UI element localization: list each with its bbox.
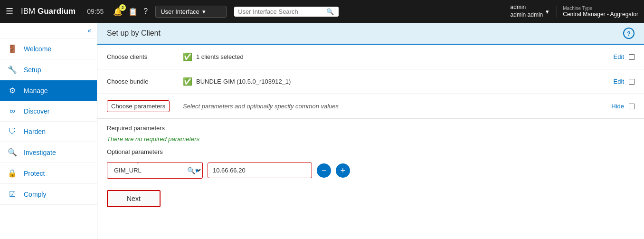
checkbox-icon: ☑: [8, 190, 17, 199]
tasks-button[interactable]: 📋: [128, 7, 138, 16]
user-profile: admin admin admin ▾: [511, 4, 549, 19]
choose-params-label-wrapper: Choose parameters: [107, 103, 183, 110]
sidebar-item-label: Setup: [24, 66, 41, 74]
shield-icon: 🛡: [8, 127, 17, 136]
choose-clients-label: Choose clients: [107, 53, 183, 60]
choose-parameters-label: Choose parameters: [107, 100, 170, 112]
sidebar-item-investigate[interactable]: 🔍 Investigate: [0, 142, 97, 163]
sidebar-item-label: Protect: [24, 170, 45, 177]
sidebar-item-label: Welcome: [24, 45, 51, 53]
sidebar-item-label: Investigate: [24, 149, 56, 156]
user-chevron-icon[interactable]: ▾: [546, 8, 549, 15]
sidebar-item-label: Comply: [24, 191, 46, 198]
main-content: Set up by Client ? Choose clients ✅ 1 cl…: [97, 23, 644, 239]
current-time: 09:55: [87, 8, 104, 15]
interface-dropdown[interactable]: User Interface ▾: [155, 6, 227, 18]
required-params-section: Required parameters There are no require…: [97, 119, 644, 162]
sidebar: « 🚪 Welcome 🔧 Setup ⚙ Manage ∞ Discover …: [0, 23, 97, 239]
sidebar-item-protect[interactable]: 🔒 Protect: [0, 163, 97, 184]
user-role: admin: [511, 4, 543, 11]
sidebar-collapse-bar: «: [0, 23, 97, 38]
global-search: 🔍: [234, 7, 339, 17]
check-icon: ✅: [183, 52, 192, 61]
machine-type-label: Machine Type: [563, 6, 638, 11]
page-title: Set up by Client: [107, 29, 161, 38]
sidebar-item-comply[interactable]: ☑ Comply: [0, 184, 97, 205]
param-value-input[interactable]: [208, 163, 312, 178]
edit-bundle-icon: [629, 79, 635, 85]
required-params-title: Required parameters: [107, 124, 635, 132]
machine-type-value: Central Manager - Aggregator: [563, 11, 638, 18]
clients-selected-text: 1 clients selected: [196, 53, 244, 60]
question-icon: ?: [143, 7, 148, 15]
choose-bundle-row: Choose bundle ✅ BUNDLE-GIM (10.5.0_r1039…: [97, 69, 644, 94]
sidebar-item-discover[interactable]: ∞ Discover: [0, 101, 97, 122]
content-help-button[interactable]: ?: [623, 28, 635, 39]
check-icon: ✅: [183, 77, 192, 86]
optional-params-title: Optional parameters: [107, 148, 635, 155]
top-navigation: ☰ IBM Guardium 09:55 🔔 2 📋 ? User Interf…: [0, 0, 644, 23]
search-input[interactable]: [238, 8, 323, 15]
sidebar-item-label: Discover: [24, 107, 49, 115]
door-icon: 🚪: [8, 44, 17, 53]
main-layout: « 🚪 Welcome 🔧 Setup ⚙ Manage ∞ Discover …: [0, 23, 644, 239]
choose-bundle-label: Choose bundle: [107, 78, 183, 85]
hide-params-icon: [629, 104, 635, 109]
nav-icons: 🔔 2 📋 ?: [113, 7, 148, 16]
sidebar-item-harden[interactable]: 🛡 Harden: [0, 122, 97, 142]
notifications-button[interactable]: 🔔 2: [113, 7, 123, 16]
edit-bundle-button[interactable]: Edit: [614, 78, 635, 85]
params-instruction-text: Select parameters and optionally specify…: [183, 103, 339, 110]
magnify-icon: 🔍: [8, 148, 17, 157]
next-button-row: Next: [97, 186, 644, 215]
param-select-label-text: Guardium system IP address: [111, 162, 175, 163]
sidebar-item-setup[interactable]: 🔧 Setup: [0, 59, 97, 80]
tasks-icon: 📋: [128, 8, 138, 16]
edit-clients-button[interactable]: Edit: [614, 53, 635, 60]
remove-param-button[interactable]: −: [317, 163, 331, 178]
gear-icon: ⚙: [8, 86, 17, 95]
optional-param-input-row: Guardium system IP address GIM_URL 🔍▾ − …: [97, 162, 644, 186]
sidebar-item-welcome[interactable]: 🚪 Welcome: [0, 38, 97, 59]
notification-badge: 2: [119, 4, 126, 11]
choose-bundle-value: ✅ BUNDLE-GIM (10.5.0_r103912_1): [183, 77, 614, 86]
sidebar-item-label: Manage: [24, 87, 48, 95]
machine-info: Machine Type Central Manager - Aggregato…: [557, 6, 638, 18]
sidebar-item-manage[interactable]: ⚙ Manage: [0, 80, 97, 101]
help-button[interactable]: ?: [143, 7, 148, 16]
bundle-name-text: BUNDLE-GIM (10.5.0_r103912_1): [196, 78, 291, 85]
edit-clients-icon: [629, 54, 635, 60]
next-button[interactable]: Next: [107, 190, 161, 207]
search-icon: 🔍: [326, 8, 334, 15]
sidebar-item-label: Harden: [24, 128, 46, 135]
choose-clients-value: ✅ 1 clients selected: [183, 52, 614, 61]
infinity-icon: ∞: [8, 107, 17, 115]
wrench-icon: 🔧: [8, 65, 17, 74]
chevron-down-icon: ▾: [202, 8, 206, 15]
lock-icon: 🔒: [8, 169, 17, 178]
collapse-sidebar-button[interactable]: «: [87, 27, 91, 34]
choose-params-value: Select parameters and optionally specify…: [183, 103, 611, 110]
param-select-wrapper: Guardium system IP address GIM_URL 🔍▾: [107, 162, 203, 179]
choose-parameters-row: Choose parameters Select parameters and …: [97, 94, 644, 119]
no-required-params-message: There are no required parameters: [107, 135, 635, 143]
add-param-button[interactable]: +: [336, 163, 350, 178]
param-select-dropdown[interactable]: GIM_URL: [107, 163, 202, 178]
content-header: Set up by Client ?: [97, 23, 644, 45]
brand-logo: IBM Guardium: [21, 7, 76, 16]
hide-params-button[interactable]: Hide: [611, 103, 635, 110]
user-name: admin admin: [511, 11, 543, 19]
choose-clients-row: Choose clients ✅ 1 clients selected Edit: [97, 45, 644, 69]
hamburger-icon[interactable]: ☰: [6, 6, 13, 17]
interface-label: User Interface: [161, 8, 199, 15]
